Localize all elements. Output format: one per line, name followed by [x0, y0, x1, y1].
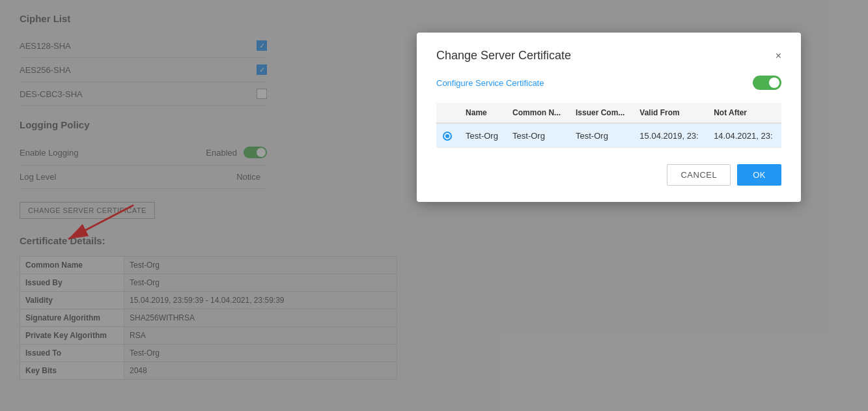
col-not-after: Not After	[707, 103, 781, 123]
row-common-name-cell: Test-Org	[506, 123, 569, 148]
modal-config-row: Configure Service Certificate	[436, 76, 781, 90]
row-name-cell: Test-Org	[459, 123, 506, 148]
row-radio-button[interactable]	[443, 132, 452, 141]
row-valid-from-cell: 15.04.2019, 23:	[633, 123, 707, 148]
col-issuer: Issuer Com...	[569, 103, 633, 123]
modal-close-button[interactable]: ×	[776, 50, 781, 62]
col-common-name: Common N...	[506, 103, 569, 123]
config-service-cert-label: Configure Service Certificate	[436, 78, 753, 88]
col-name: Name	[459, 103, 506, 123]
modal-footer: CANCEL OK	[436, 164, 781, 186]
row-radio-cell[interactable]	[436, 123, 459, 148]
config-service-cert-toggle[interactable]	[753, 76, 781, 90]
cancel-button[interactable]: CANCEL	[667, 164, 731, 186]
modal-header: Change Server Certificate ×	[436, 49, 781, 63]
change-cert-modal: Change Server Certificate × Configure Se…	[417, 33, 801, 202]
row-not-after-cell: 14.04.2021, 23:	[707, 123, 781, 148]
modal-table-row[interactable]: Test-Org Test-Org Test-Org 15.04.2019, 2…	[436, 123, 781, 148]
modal-table-header-row: Name Common N... Issuer Com... Valid Fro…	[436, 103, 781, 123]
col-radio	[436, 103, 459, 123]
modal-table-body: Test-Org Test-Org Test-Org 15.04.2019, 2…	[436, 123, 781, 148]
modal-cert-table: Name Common N... Issuer Com... Valid Fro…	[436, 103, 781, 148]
ok-button[interactable]: OK	[737, 164, 781, 186]
row-issuer-cell: Test-Org	[569, 123, 633, 148]
modal-table-header: Name Common N... Issuer Com... Valid Fro…	[436, 103, 781, 123]
modal-title: Change Server Certificate	[436, 49, 571, 63]
col-valid-from: Valid From	[633, 103, 707, 123]
